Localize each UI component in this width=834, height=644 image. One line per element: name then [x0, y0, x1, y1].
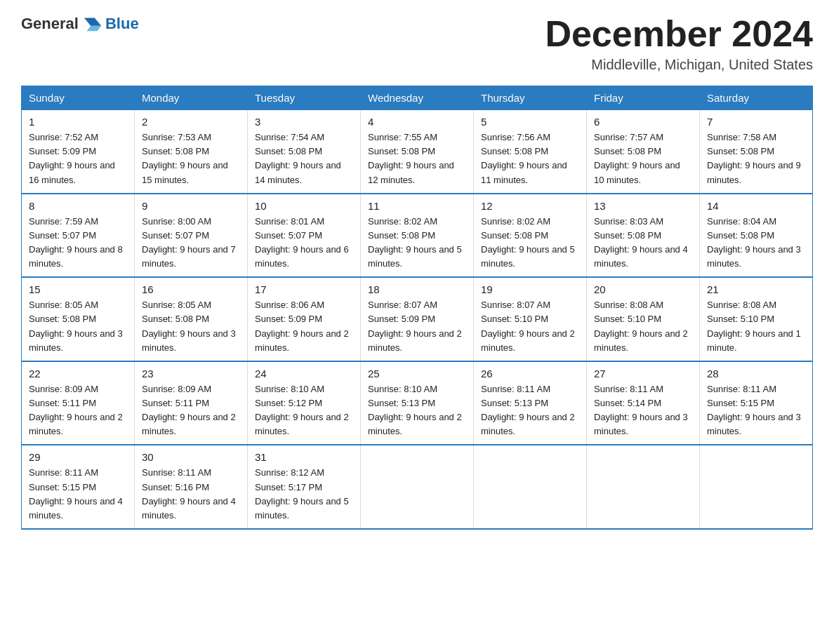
day-info: Sunrise: 8:05 AMSunset: 5:08 PMDaylight:… [142, 298, 240, 355]
calendar-body: 1 Sunrise: 7:52 AMSunset: 5:09 PMDayligh… [22, 110, 813, 529]
day-info: Sunrise: 7:56 AMSunset: 5:08 PMDaylight:… [481, 130, 579, 187]
calendar-cell [361, 445, 474, 529]
day-number: 1 [29, 116, 127, 128]
calendar-cell: 28 Sunrise: 8:11 AMSunset: 5:15 PMDaylig… [700, 361, 813, 445]
calendar-cell: 5 Sunrise: 7:56 AMSunset: 5:08 PMDayligh… [474, 110, 587, 194]
calendar-cell: 8 Sunrise: 7:59 AMSunset: 5:07 PMDayligh… [22, 194, 135, 278]
calendar-cell: 30 Sunrise: 8:11 AMSunset: 5:16 PMDaylig… [135, 445, 248, 529]
day-info: Sunrise: 8:11 AMSunset: 5:16 PMDaylight:… [142, 466, 240, 523]
calendar-cell: 26 Sunrise: 8:11 AMSunset: 5:13 PMDaylig… [474, 361, 587, 445]
day-info: Sunrise: 8:12 AMSunset: 5:17 PMDaylight:… [255, 466, 353, 523]
calendar-cell [587, 445, 700, 529]
header-day-wednesday: Wednesday [361, 86, 474, 110]
day-info: Sunrise: 7:59 AMSunset: 5:07 PMDaylight:… [29, 215, 127, 271]
day-info: Sunrise: 8:08 AMSunset: 5:10 PMDaylight:… [707, 298, 805, 355]
calendar-cell: 11 Sunrise: 8:02 AMSunset: 5:08 PMDaylig… [361, 194, 474, 278]
calendar-cell: 13 Sunrise: 8:03 AMSunset: 5:08 PMDaylig… [587, 194, 700, 278]
day-number: 16 [142, 283, 240, 295]
week-row-5: 29 Sunrise: 8:11 AMSunset: 5:15 PMDaylig… [22, 445, 813, 529]
header-day-tuesday: Tuesday [248, 86, 361, 110]
day-info: Sunrise: 7:52 AMSunset: 5:09 PMDaylight:… [29, 130, 127, 187]
day-info: Sunrise: 8:02 AMSunset: 5:08 PMDaylight:… [368, 215, 466, 271]
day-info: Sunrise: 8:04 AMSunset: 5:08 PMDaylight:… [707, 215, 805, 271]
calendar-cell: 6 Sunrise: 7:57 AMSunset: 5:08 PMDayligh… [587, 110, 700, 194]
month-title: December 2024 [545, 14, 813, 54]
day-info: Sunrise: 8:06 AMSunset: 5:09 PMDaylight:… [255, 298, 353, 355]
calendar-cell: 12 Sunrise: 8:02 AMSunset: 5:08 PMDaylig… [474, 194, 587, 278]
day-number: 22 [29, 368, 127, 380]
header-day-thursday: Thursday [474, 86, 587, 110]
day-number: 10 [255, 200, 353, 212]
calendar-cell: 10 Sunrise: 8:01 AMSunset: 5:07 PMDaylig… [248, 194, 361, 278]
calendar-cell: 19 Sunrise: 8:07 AMSunset: 5:10 PMDaylig… [474, 277, 587, 361]
day-number: 18 [368, 283, 466, 295]
title-block: December 2024 Middleville, Michigan, Uni… [545, 14, 813, 73]
calendar-cell [700, 445, 813, 529]
day-info: Sunrise: 8:08 AMSunset: 5:10 PMDaylight:… [594, 298, 692, 355]
day-info: Sunrise: 7:53 AMSunset: 5:08 PMDaylight:… [142, 130, 240, 187]
calendar-cell: 31 Sunrise: 8:12 AMSunset: 5:17 PMDaylig… [248, 445, 361, 529]
day-number: 2 [142, 116, 240, 128]
calendar-cell: 4 Sunrise: 7:55 AMSunset: 5:08 PMDayligh… [361, 110, 474, 194]
day-number: 24 [255, 368, 353, 380]
day-number: 11 [368, 200, 466, 212]
day-number: 26 [481, 368, 579, 380]
day-number: 9 [142, 200, 240, 212]
day-info: Sunrise: 8:05 AMSunset: 5:08 PMDaylight:… [29, 298, 127, 355]
header-row: SundayMondayTuesdayWednesdayThursdayFrid… [22, 86, 813, 110]
day-info: Sunrise: 8:09 AMSunset: 5:11 PMDaylight:… [29, 382, 127, 439]
calendar-cell: 3 Sunrise: 7:54 AMSunset: 5:08 PMDayligh… [248, 110, 361, 194]
day-info: Sunrise: 8:07 AMSunset: 5:09 PMDaylight:… [368, 298, 466, 355]
header-day-friday: Friday [587, 86, 700, 110]
calendar-cell: 20 Sunrise: 8:08 AMSunset: 5:10 PMDaylig… [587, 277, 700, 361]
calendar-cell: 14 Sunrise: 8:04 AMSunset: 5:08 PMDaylig… [700, 194, 813, 278]
calendar-header: SundayMondayTuesdayWednesdayThursdayFrid… [22, 86, 813, 110]
day-number: 17 [255, 283, 353, 295]
location: Middleville, Michigan, United States [545, 57, 813, 73]
calendar-cell: 22 Sunrise: 8:09 AMSunset: 5:11 PMDaylig… [22, 361, 135, 445]
calendar-cell: 16 Sunrise: 8:05 AMSunset: 5:08 PMDaylig… [135, 277, 248, 361]
day-number: 31 [255, 451, 353, 463]
day-info: Sunrise: 8:01 AMSunset: 5:07 PMDaylight:… [255, 215, 353, 271]
day-info: Sunrise: 7:57 AMSunset: 5:08 PMDaylight:… [594, 130, 692, 187]
day-number: 23 [142, 368, 240, 380]
day-info: Sunrise: 8:11 AMSunset: 5:14 PMDaylight:… [594, 382, 692, 439]
day-info: Sunrise: 8:11 AMSunset: 5:13 PMDaylight:… [481, 382, 579, 439]
day-info: Sunrise: 7:55 AMSunset: 5:08 PMDaylight:… [368, 130, 466, 187]
calendar-cell: 29 Sunrise: 8:11 AMSunset: 5:15 PMDaylig… [22, 445, 135, 529]
day-number: 28 [707, 368, 805, 380]
week-row-1: 1 Sunrise: 7:52 AMSunset: 5:09 PMDayligh… [22, 110, 813, 194]
calendar-table: SundayMondayTuesdayWednesdayThursdayFrid… [21, 86, 813, 530]
day-number: 7 [707, 116, 805, 128]
day-number: 27 [594, 368, 692, 380]
day-info: Sunrise: 8:10 AMSunset: 5:12 PMDaylight:… [255, 382, 353, 439]
day-info: Sunrise: 8:11 AMSunset: 5:15 PMDaylight:… [29, 466, 127, 523]
calendar-cell [474, 445, 587, 529]
page-header: General Blue December 2024 Middleville, … [21, 14, 813, 73]
day-info: Sunrise: 8:00 AMSunset: 5:07 PMDaylight:… [142, 215, 240, 271]
logo-text-blue: Blue [105, 15, 139, 33]
svg-marker-1 [87, 26, 102, 31]
day-number: 30 [142, 451, 240, 463]
day-info: Sunrise: 8:07 AMSunset: 5:10 PMDaylight:… [481, 298, 579, 355]
day-info: Sunrise: 8:02 AMSunset: 5:08 PMDaylight:… [481, 215, 579, 271]
calendar-cell: 18 Sunrise: 8:07 AMSunset: 5:09 PMDaylig… [361, 277, 474, 361]
calendar-cell: 23 Sunrise: 8:09 AMSunset: 5:11 PMDaylig… [135, 361, 248, 445]
calendar-cell: 21 Sunrise: 8:08 AMSunset: 5:10 PMDaylig… [700, 277, 813, 361]
day-number: 15 [29, 283, 127, 295]
logo: General Blue [21, 14, 139, 34]
calendar-cell: 24 Sunrise: 8:10 AMSunset: 5:12 PMDaylig… [248, 361, 361, 445]
week-row-2: 8 Sunrise: 7:59 AMSunset: 5:07 PMDayligh… [22, 194, 813, 278]
day-number: 4 [368, 116, 466, 128]
calendar-cell: 27 Sunrise: 8:11 AMSunset: 5:14 PMDaylig… [587, 361, 700, 445]
day-number: 3 [255, 116, 353, 128]
calendar-cell: 2 Sunrise: 7:53 AMSunset: 5:08 PMDayligh… [135, 110, 248, 194]
logo-text-general: General [21, 15, 79, 33]
calendar-cell: 17 Sunrise: 8:06 AMSunset: 5:09 PMDaylig… [248, 277, 361, 361]
week-row-4: 22 Sunrise: 8:09 AMSunset: 5:11 PMDaylig… [22, 361, 813, 445]
day-info: Sunrise: 8:03 AMSunset: 5:08 PMDaylight:… [594, 215, 692, 271]
header-day-monday: Monday [135, 86, 248, 110]
logo-icon [83, 14, 102, 34]
header-day-sunday: Sunday [22, 86, 135, 110]
day-info: Sunrise: 8:09 AMSunset: 5:11 PMDaylight:… [142, 382, 240, 439]
